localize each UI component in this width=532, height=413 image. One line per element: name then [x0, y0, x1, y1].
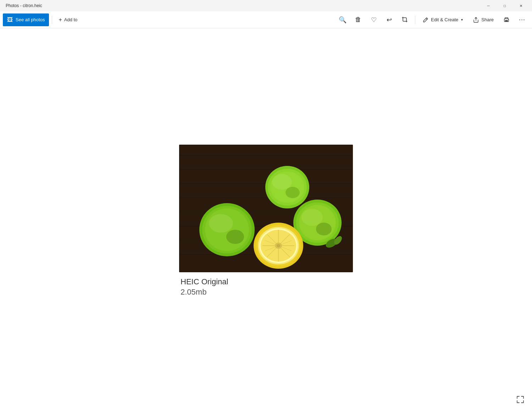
favorite-button[interactable]: ♡	[367, 13, 381, 26]
svg-point-21	[301, 209, 323, 226]
edit-create-label: Edit & Create	[431, 17, 458, 22]
crop-icon	[401, 16, 409, 23]
chevron-down-icon: ▾	[461, 18, 463, 22]
edit-create-button[interactable]: Edit & Create ▾	[418, 13, 467, 26]
svg-line-0	[426, 18, 427, 19]
window-title: Photos - citron.heic	[3, 3, 42, 8]
svg-point-3	[508, 19, 509, 20]
close-icon: ✕	[520, 4, 522, 8]
toolbar-divider-1	[52, 16, 52, 24]
zoom-icon: 🔍	[339, 16, 347, 24]
more-icon: ···	[519, 16, 525, 23]
share-button[interactable]: Share	[469, 13, 498, 26]
delete-icon: 🗑	[355, 16, 361, 23]
title-bar: Photos - citron.heic ─ □ ✕	[0, 0, 532, 11]
plus-icon: +	[59, 17, 62, 23]
toolbar: 🖼 See all photos + Add to 🔍 🗑 ♡ ↩ E	[0, 11, 532, 28]
maximize-icon: □	[504, 4, 506, 8]
photos-icon: 🖼	[7, 17, 13, 23]
crop-button[interactable]	[398, 13, 412, 26]
more-button[interactable]: ···	[515, 13, 529, 26]
heart-icon: ♡	[371, 16, 377, 24]
share-label: Share	[481, 17, 494, 22]
svg-rect-2	[505, 20, 508, 21]
photo-container: HEIC Original 2.05mb	[179, 145, 353, 297]
print-icon	[503, 16, 510, 23]
edit-icon	[422, 17, 429, 23]
photo-image	[179, 145, 353, 272]
toolbar-divider-2	[415, 16, 415, 24]
svg-point-16	[272, 174, 292, 190]
see-all-photos-label: See all photos	[16, 17, 45, 22]
photo-size: 2.05mb	[181, 288, 228, 297]
add-to-button[interactable]: + Add to	[55, 13, 81, 26]
fullscreen-icon	[516, 396, 524, 403]
print-button[interactable]	[499, 13, 514, 26]
zoom-button[interactable]: 🔍	[336, 13, 350, 26]
fullscreen-button[interactable]	[514, 394, 526, 407]
close-button[interactable]: ✕	[513, 0, 529, 11]
maximize-button[interactable]: □	[497, 0, 513, 11]
svg-point-28	[209, 214, 233, 233]
svg-point-17	[286, 187, 300, 198]
photo-title: HEIC Original	[181, 277, 228, 288]
minimize-icon: ─	[487, 4, 489, 8]
see-all-photos-button[interactable]: 🖼 See all photos	[3, 13, 49, 26]
window-controls: ─ □ ✕	[480, 0, 529, 11]
svg-point-22	[316, 223, 332, 235]
photo-frame	[179, 145, 353, 272]
rotate-button[interactable]: ↩	[382, 13, 397, 26]
delete-button[interactable]: 🗑	[351, 13, 365, 26]
main-content: HEIC Original 2.05mb	[0, 28, 532, 413]
photo-info: HEIC Original 2.05mb	[179, 277, 228, 297]
svg-point-29	[226, 230, 244, 244]
add-to-label: Add to	[64, 17, 78, 22]
minimize-button[interactable]: ─	[480, 0, 497, 11]
rotate-icon: ↩	[387, 16, 392, 24]
share-icon	[473, 17, 479, 23]
svg-point-42	[277, 244, 280, 247]
